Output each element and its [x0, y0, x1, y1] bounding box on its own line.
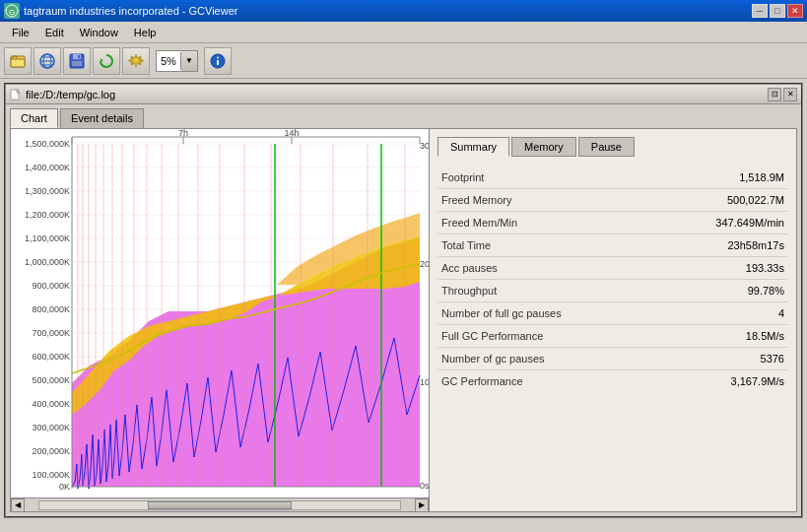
- svg-rect-11: [72, 61, 82, 66]
- svg-text:100,000K: 100,000K: [32, 470, 70, 480]
- row-freed-mem-min: Freed Mem/Min 347.649M/min: [437, 212, 788, 234]
- label-full-gc-perf: Full GC Performance: [441, 330, 543, 342]
- row-num-gc-pauses: Number of gc pauses 5376: [437, 348, 788, 370]
- svg-text:1,500,000K: 1,500,000K: [25, 139, 70, 149]
- svg-text:G: G: [9, 8, 15, 17]
- value-total-time: 23h58m17s: [728, 239, 785, 251]
- toolbar: 5% ▼: [0, 43, 807, 79]
- chart-scrollbar: ◀ ▶: [11, 498, 429, 511]
- scroll-right[interactable]: ▶: [415, 499, 429, 512]
- label-acc-pauses: Acc pauses: [441, 262, 498, 274]
- svg-text:0K: 0K: [59, 482, 70, 492]
- scrollbar-thumb[interactable]: [148, 501, 292, 509]
- svg-text:1,100,000K: 1,100,000K: [25, 233, 70, 243]
- info-tabs: Summary Memory Pause: [437, 137, 788, 157]
- chart-area: 1,500,000K 1,400,000K 1,300,000K 1,200,0…: [11, 129, 430, 511]
- svg-text:900,000K: 900,000K: [32, 281, 70, 291]
- value-freed-mem-min: 347.649M/min: [715, 217, 784, 229]
- label-total-time: Total Time: [441, 239, 491, 251]
- svg-text:1,400,000K: 1,400,000K: [25, 163, 70, 172]
- svg-rect-12: [78, 55, 80, 58]
- info-tab-summary[interactable]: Summary: [437, 137, 509, 157]
- value-footprint: 1,518.9M: [739, 171, 784, 183]
- zoom-value: 5%: [157, 55, 180, 67]
- minimize-button[interactable]: ─: [752, 4, 768, 18]
- file-panel-buttons: ⊡ ✕: [768, 88, 797, 101]
- svg-text:300,000K: 300,000K: [32, 423, 70, 432]
- label-freed-mem-min: Freed Mem/Min: [441, 217, 517, 229]
- zoom-combo[interactable]: 5% ▼: [156, 50, 198, 72]
- svg-marker-13: [101, 58, 103, 61]
- row-total-time: Total Time 23h58m17s: [437, 234, 788, 257]
- window-controls: ─ □ ✕: [752, 4, 803, 18]
- tab-event-details[interactable]: Event details: [60, 108, 144, 128]
- info-tab-memory[interactable]: Memory: [511, 137, 576, 157]
- value-num-gc-pauses: 5376: [761, 353, 784, 365]
- svg-text:10s: 10s: [420, 377, 430, 387]
- svg-text:1,200,000K: 1,200,000K: [25, 210, 70, 220]
- row-full-gc-perf: Full GC Performance 18.5M/s: [437, 325, 788, 348]
- tab-chart[interactable]: Chart: [10, 108, 58, 128]
- menu-help[interactable]: Help: [126, 25, 165, 40]
- label-freed-memory: Freed Memory: [441, 194, 512, 206]
- value-num-full-gc: 4: [778, 307, 784, 319]
- svg-rect-17: [217, 60, 219, 65]
- web-button[interactable]: [34, 47, 61, 75]
- summary-table: Footprint 1,518.9M Freed Memory 500,022.…: [437, 166, 788, 392]
- info-panel: Summary Memory Pause Footprint 1,518.9M …: [430, 129, 796, 511]
- zoom-dropdown-arrow[interactable]: ▼: [181, 51, 197, 71]
- menu-file[interactable]: File: [4, 25, 37, 40]
- svg-rect-3: [11, 59, 25, 67]
- svg-point-14: [134, 58, 139, 63]
- open-button[interactable]: [4, 47, 32, 75]
- svg-text:400,000K: 400,000K: [32, 399, 70, 409]
- label-footprint: Footprint: [441, 171, 484, 183]
- svg-text:1,000,000K: 1,000,000K: [25, 257, 70, 267]
- value-freed-memory: 500,022.7M: [727, 194, 784, 206]
- refresh-button[interactable]: [93, 47, 120, 75]
- row-gc-perf: GC Performance 3,167.9M/s: [437, 370, 788, 392]
- save-button[interactable]: [63, 47, 91, 75]
- value-gc-perf: 3,167.9M/s: [731, 375, 784, 387]
- label-throughput: Throughput: [441, 285, 497, 297]
- main-content: 1,500,000K 1,400,000K 1,300,000K 1,200,0…: [10, 128, 797, 512]
- chart-svg: 1,500,000K 1,400,000K 1,300,000K 1,200,0…: [11, 129, 430, 494]
- svg-text:600,000K: 600,000K: [32, 352, 70, 362]
- close-panel-button[interactable]: ✕: [783, 88, 797, 101]
- svg-text:200,000K: 200,000K: [32, 446, 70, 456]
- maximize-button[interactable]: □: [770, 4, 785, 18]
- app-icon: G: [4, 3, 20, 19]
- menu-bar: File Edit Window Help: [0, 22, 807, 43]
- title-text: tagtraum industries incorporated - GCVie…: [24, 5, 237, 17]
- settings-button[interactable]: [122, 47, 150, 75]
- close-button[interactable]: ✕: [787, 4, 803, 18]
- menu-edit[interactable]: Edit: [37, 25, 72, 40]
- chart-tabs: Chart Event details: [6, 104, 801, 128]
- svg-text:500,000K: 500,000K: [32, 375, 70, 385]
- file-path: file:/D:/temp/gc.log: [10, 89, 115, 100]
- svg-text:30s: 30s: [420, 141, 430, 151]
- row-throughput: Throughput 99.78%: [437, 280, 788, 302]
- value-acc-pauses: 193.33s: [746, 262, 784, 274]
- file-panel-header: file:/D:/temp/gc.log ⊡ ✕: [6, 85, 801, 104]
- svg-text:700,000K: 700,000K: [32, 328, 70, 338]
- menu-window[interactable]: Window: [72, 25, 126, 40]
- svg-text:1,300,000K: 1,300,000K: [25, 186, 70, 196]
- file-path-text: file:/D:/temp/gc.log: [26, 89, 115, 100]
- svg-text:20s: 20s: [420, 259, 430, 269]
- label-gc-perf: GC Performance: [441, 375, 523, 387]
- detach-button[interactable]: ⊡: [768, 88, 781, 101]
- info-tab-pause[interactable]: Pause: [578, 137, 635, 157]
- value-throughput: 99.78%: [748, 285, 784, 297]
- row-freed-memory: Freed Memory 500,022.7M: [437, 189, 788, 212]
- svg-point-16: [217, 56, 219, 58]
- row-acc-pauses: Acc pauses 193.33s: [437, 257, 788, 280]
- svg-rect-18: [11, 90, 19, 100]
- value-full-gc-perf: 18.5M/s: [746, 330, 784, 342]
- scrollbar-track[interactable]: [38, 500, 401, 510]
- scroll-left[interactable]: ◀: [11, 499, 25, 512]
- svg-text:800,000K: 800,000K: [32, 304, 70, 314]
- info-button[interactable]: [204, 47, 232, 75]
- label-num-full-gc: Number of full gc pauses: [441, 307, 562, 319]
- svg-text:0s: 0s: [420, 481, 430, 491]
